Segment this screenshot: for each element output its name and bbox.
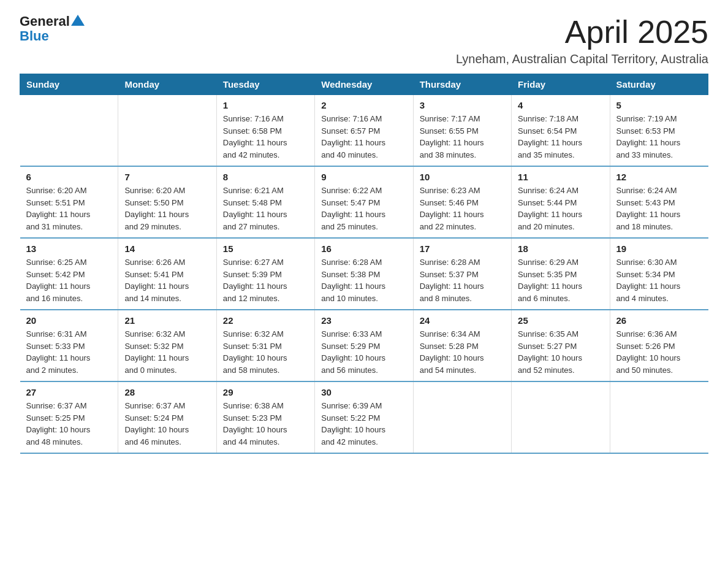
day-info: Sunrise: 6:36 AM Sunset: 5:26 PM Dayligh… [616, 329, 681, 375]
day-cell-22: 22Sunrise: 6:32 AM Sunset: 5:31 PM Dayli… [216, 310, 314, 381]
calendar-table: SundayMondayTuesdayWednesdayThursdayFrid… [20, 74, 708, 454]
week-row-3: 20Sunrise: 6:31 AM Sunset: 5:33 PM Dayli… [20, 310, 708, 381]
day-number: 28 [124, 387, 210, 397]
day-cell-23: 23Sunrise: 6:33 AM Sunset: 5:29 PM Dayli… [315, 310, 413, 381]
logo-triangle-icon [71, 15, 85, 26]
day-cell-5: 5Sunrise: 7:19 AM Sunset: 6:53 PM Daylig… [610, 95, 708, 167]
week-row-1: 6Sunrise: 6:20 AM Sunset: 5:51 PM Daylig… [20, 166, 708, 238]
day-info: Sunrise: 6:26 AM Sunset: 5:41 PM Dayligh… [124, 258, 189, 303]
day-number: 20 [26, 315, 112, 326]
day-cell-9: 9Sunrise: 6:22 AM Sunset: 5:47 PM Daylig… [315, 166, 413, 238]
day-number: 2 [321, 100, 406, 110]
day-number: 7 [124, 172, 210, 182]
day-cell-28: 28Sunrise: 6:37 AM Sunset: 5:24 PM Dayli… [118, 381, 216, 453]
header-cell-wednesday: Wednesday [315, 74, 413, 95]
logo-general-text: General [20, 15, 70, 28]
day-info: Sunrise: 6:37 AM Sunset: 5:25 PM Dayligh… [26, 401, 91, 446]
day-info: Sunrise: 6:39 AM Sunset: 5:22 PM Dayligh… [321, 401, 385, 446]
day-number: 16 [321, 243, 406, 254]
day-cell-1: 1Sunrise: 7:16 AM Sunset: 6:58 PM Daylig… [216, 95, 314, 167]
day-cell-4: 4Sunrise: 7:18 AM Sunset: 6:54 PM Daylig… [512, 95, 610, 167]
svg-marker-0 [71, 15, 85, 26]
day-number: 23 [321, 315, 406, 326]
day-number: 13 [26, 243, 112, 254]
day-info: Sunrise: 7:16 AM Sunset: 6:58 PM Dayligh… [223, 114, 287, 159]
day-cell-14: 14Sunrise: 6:26 AM Sunset: 5:41 PM Dayli… [118, 238, 216, 310]
day-number: 22 [223, 315, 308, 326]
day-info: Sunrise: 6:22 AM Sunset: 5:47 PM Dayligh… [321, 186, 385, 231]
day-number: 17 [420, 243, 505, 254]
day-info: Sunrise: 7:17 AM Sunset: 6:55 PM Dayligh… [420, 114, 484, 159]
header-cell-friday: Friday [512, 74, 610, 95]
day-cell-6: 6Sunrise: 6:20 AM Sunset: 5:51 PM Daylig… [20, 166, 118, 238]
day-number: 26 [616, 315, 702, 326]
day-info: Sunrise: 6:21 AM Sunset: 5:48 PM Dayligh… [223, 186, 287, 231]
header-row: SundayMondayTuesdayWednesdayThursdayFrid… [20, 74, 708, 95]
day-cell-empty [413, 381, 511, 453]
day-info: Sunrise: 6:30 AM Sunset: 5:34 PM Dayligh… [616, 258, 681, 303]
day-number: 21 [124, 315, 210, 326]
day-cell-empty [20, 95, 118, 167]
day-cell-empty [610, 381, 708, 453]
day-cell-8: 8Sunrise: 6:21 AM Sunset: 5:48 PM Daylig… [216, 166, 314, 238]
day-cell-11: 11Sunrise: 6:24 AM Sunset: 5:44 PM Dayli… [512, 166, 610, 238]
day-info: Sunrise: 6:28 AM Sunset: 5:38 PM Dayligh… [321, 258, 385, 303]
week-row-4: 27Sunrise: 6:37 AM Sunset: 5:25 PM Dayli… [20, 381, 708, 453]
day-number: 30 [321, 387, 406, 397]
day-info: Sunrise: 6:37 AM Sunset: 5:24 PM Dayligh… [124, 401, 189, 446]
header-cell-tuesday: Tuesday [216, 74, 314, 95]
day-number: 29 [223, 387, 308, 397]
day-number: 19 [616, 243, 702, 254]
day-cell-10: 10Sunrise: 6:23 AM Sunset: 5:46 PM Dayli… [413, 166, 511, 238]
day-cell-24: 24Sunrise: 6:34 AM Sunset: 5:28 PM Dayli… [413, 310, 511, 381]
day-info: Sunrise: 6:28 AM Sunset: 5:37 PM Dayligh… [420, 258, 484, 303]
day-number: 11 [518, 172, 603, 182]
day-info: Sunrise: 6:32 AM Sunset: 5:31 PM Dayligh… [223, 329, 287, 375]
day-cell-empty [118, 95, 216, 167]
day-cell-26: 26Sunrise: 6:36 AM Sunset: 5:26 PM Dayli… [610, 310, 708, 381]
day-info: Sunrise: 7:16 AM Sunset: 6:57 PM Dayligh… [321, 114, 385, 159]
day-info: Sunrise: 6:24 AM Sunset: 5:44 PM Dayligh… [518, 186, 582, 231]
day-number: 4 [518, 100, 603, 110]
day-info: Sunrise: 6:20 AM Sunset: 5:51 PM Dayligh… [26, 186, 91, 231]
header-cell-sunday: Sunday [20, 74, 118, 95]
header-cell-thursday: Thursday [413, 74, 511, 95]
day-number: 18 [518, 243, 603, 254]
day-number: 3 [420, 100, 505, 110]
day-number: 15 [223, 243, 308, 254]
day-number: 14 [124, 243, 210, 254]
week-row-2: 13Sunrise: 6:25 AM Sunset: 5:42 PM Dayli… [20, 238, 708, 310]
day-cell-13: 13Sunrise: 6:25 AM Sunset: 5:42 PM Dayli… [20, 238, 118, 310]
subtitle: Lyneham, Australian Capital Territory, A… [456, 52, 708, 66]
header-cell-monday: Monday [118, 74, 216, 95]
day-cell-19: 19Sunrise: 6:30 AM Sunset: 5:34 PM Dayli… [610, 238, 708, 310]
day-number: 9 [321, 172, 406, 182]
day-cell-18: 18Sunrise: 6:29 AM Sunset: 5:35 PM Dayli… [512, 238, 610, 310]
day-number: 8 [223, 172, 308, 182]
day-number: 12 [616, 172, 702, 182]
day-cell-27: 27Sunrise: 6:37 AM Sunset: 5:25 PM Dayli… [20, 381, 118, 453]
day-cell-25: 25Sunrise: 6:35 AM Sunset: 5:27 PM Dayli… [512, 310, 610, 381]
day-cell-15: 15Sunrise: 6:27 AM Sunset: 5:39 PM Dayli… [216, 238, 314, 310]
day-cell-21: 21Sunrise: 6:32 AM Sunset: 5:32 PM Dayli… [118, 310, 216, 381]
day-cell-3: 3Sunrise: 7:17 AM Sunset: 6:55 PM Daylig… [413, 95, 511, 167]
day-cell-7: 7Sunrise: 6:20 AM Sunset: 5:50 PM Daylig… [118, 166, 216, 238]
day-info: Sunrise: 6:34 AM Sunset: 5:28 PM Dayligh… [420, 329, 484, 375]
page-header: General Blue April 2025 Lyneham, Austral… [20, 15, 708, 66]
day-info: Sunrise: 6:35 AM Sunset: 5:27 PM Dayligh… [518, 329, 582, 375]
day-number: 24 [420, 315, 505, 326]
day-info: Sunrise: 6:31 AM Sunset: 5:33 PM Dayligh… [26, 329, 91, 375]
day-info: Sunrise: 6:38 AM Sunset: 5:23 PM Dayligh… [223, 401, 287, 446]
day-info: Sunrise: 6:33 AM Sunset: 5:29 PM Dayligh… [321, 329, 385, 375]
day-number: 5 [616, 100, 702, 110]
calendar-header: SundayMondayTuesdayWednesdayThursdayFrid… [20, 74, 708, 95]
day-cell-16: 16Sunrise: 6:28 AM Sunset: 5:38 PM Dayli… [315, 238, 413, 310]
day-cell-empty [512, 381, 610, 453]
logo: General Blue [20, 15, 85, 44]
day-number: 1 [223, 100, 308, 110]
day-cell-17: 17Sunrise: 6:28 AM Sunset: 5:37 PM Dayli… [413, 238, 511, 310]
header-cell-saturday: Saturday [610, 74, 708, 95]
day-info: Sunrise: 6:24 AM Sunset: 5:43 PM Dayligh… [616, 186, 681, 231]
week-row-0: 1Sunrise: 7:16 AM Sunset: 6:58 PM Daylig… [20, 95, 708, 167]
title-block: April 2025 Lyneham, Australian Capital T… [456, 15, 708, 66]
